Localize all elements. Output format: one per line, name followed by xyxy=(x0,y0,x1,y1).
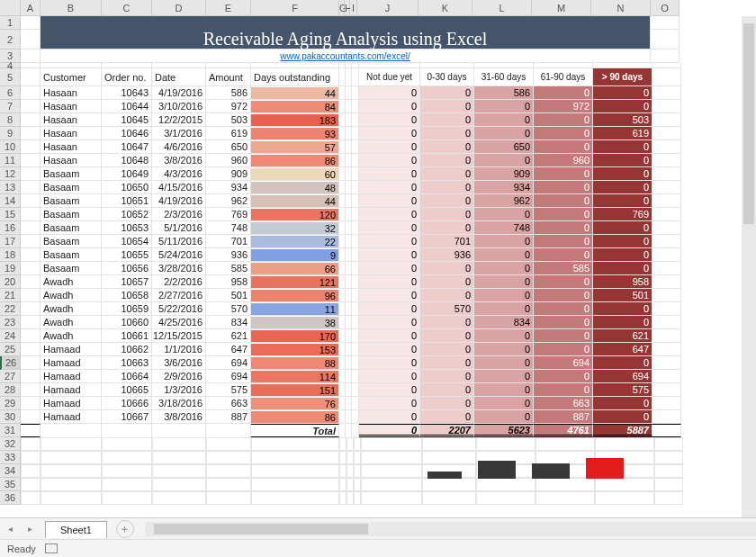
cell[interactable] xyxy=(21,30,40,49)
cell-order[interactable]: 10658 xyxy=(102,289,152,302)
cell-date[interactable]: 12/2/2015 xyxy=(152,113,206,127)
cell-amount[interactable]: 575 xyxy=(206,383,251,397)
cell-days[interactable]: 44 xyxy=(251,194,339,208)
h-scroll-thumb[interactable] xyxy=(154,524,368,535)
cell-date[interactable]: 3/8/2016 xyxy=(152,154,206,167)
cell[interactable] xyxy=(346,397,352,410)
cell[interactable] xyxy=(152,437,206,451)
cell-days[interactable]: 121 xyxy=(251,275,339,289)
row-header-35[interactable]: 35 xyxy=(0,478,21,491)
cell-date[interactable]: 4/19/2016 xyxy=(152,86,206,100)
cell[interactable] xyxy=(346,140,352,154)
cell-bucket-3[interactable]: 0 xyxy=(534,248,593,262)
cell-days[interactable]: 44 xyxy=(251,86,339,100)
cell[interactable] xyxy=(21,113,40,127)
total-bucket-3[interactable]: 4761 xyxy=(534,424,593,437)
cell-bucket-2[interactable]: 934 xyxy=(474,181,534,194)
col-header-A[interactable]: A xyxy=(21,0,40,16)
cell-bucket-1[interactable]: 0 xyxy=(420,397,474,410)
cell-customer[interactable]: Hamaad xyxy=(40,397,102,410)
cell-bucket-0[interactable]: 0 xyxy=(359,181,420,194)
cell[interactable] xyxy=(652,181,681,194)
cell-customer[interactable]: Hasaan xyxy=(40,113,102,127)
cell[interactable] xyxy=(346,235,352,248)
cell[interactable] xyxy=(422,491,476,505)
cell-date[interactable]: 4/25/2016 xyxy=(152,316,206,329)
cell[interactable] xyxy=(354,478,361,491)
cell-customer[interactable]: Hamaad xyxy=(40,383,102,397)
cell-date[interactable]: 3/28/2016 xyxy=(152,262,206,275)
tab-nav-prev[interactable]: ◂ xyxy=(0,519,20,539)
cell-bucket-0[interactable]: 0 xyxy=(359,343,420,356)
cell-amount[interactable]: 748 xyxy=(206,221,251,235)
cell-bucket-3[interactable]: 0 xyxy=(534,302,593,316)
cell-amount[interactable]: 647 xyxy=(206,343,251,356)
cell-days[interactable]: 86 xyxy=(251,410,339,424)
cell[interactable] xyxy=(21,437,40,451)
vertical-scrollbar[interactable] xyxy=(742,16,756,517)
cell[interactable] xyxy=(422,478,476,491)
cell-order[interactable]: 10649 xyxy=(102,167,152,181)
cell[interactable] xyxy=(346,410,352,424)
cell[interactable] xyxy=(352,289,359,302)
hdr-order[interactable]: Order no. xyxy=(102,68,152,86)
cell[interactable] xyxy=(346,68,352,86)
cell-bucket-2[interactable]: 650 xyxy=(474,140,534,154)
cell-order[interactable]: 10660 xyxy=(102,316,152,329)
row-header-20[interactable]: 20 xyxy=(0,275,21,289)
cell-bucket-4[interactable]: 0 xyxy=(593,302,652,316)
cell-order[interactable]: 10659 xyxy=(102,302,152,316)
cell-bucket-4[interactable]: 503 xyxy=(593,113,652,127)
cell[interactable] xyxy=(595,491,654,505)
cell-bucket-3[interactable]: 0 xyxy=(534,181,593,194)
cell[interactable] xyxy=(346,329,352,343)
cell[interactable] xyxy=(339,424,346,437)
row-header-16[interactable]: 16 xyxy=(0,221,21,235)
cell-amount[interactable]: 586 xyxy=(206,86,251,100)
cell[interactable] xyxy=(21,68,40,86)
cell-bucket-3[interactable]: 0 xyxy=(534,221,593,235)
cell[interactable] xyxy=(652,68,681,86)
cell[interactable] xyxy=(346,356,352,370)
cell-bucket-2[interactable]: 0 xyxy=(474,356,534,370)
cell[interactable] xyxy=(352,383,359,397)
cell[interactable] xyxy=(346,154,352,167)
cell[interactable] xyxy=(339,356,346,370)
hdr-customer[interactable]: Customer xyxy=(40,68,102,86)
cell-bucket-0[interactable]: 0 xyxy=(359,248,420,262)
cell[interactable] xyxy=(652,262,681,275)
row-header-19[interactable]: 19 xyxy=(0,262,21,275)
cell-order[interactable]: 10667 xyxy=(102,410,152,424)
cell-bucket-2[interactable]: 0 xyxy=(474,329,534,343)
cell-days[interactable]: 120 xyxy=(251,208,339,221)
cell-bucket-2[interactable]: 0 xyxy=(474,397,534,410)
cell-bucket-4[interactable]: 694 xyxy=(593,370,652,383)
cell-bucket-1[interactable]: 701 xyxy=(420,235,474,248)
row-header-6[interactable]: 6 xyxy=(0,86,21,100)
cell-bucket-4[interactable]: 0 xyxy=(593,356,652,370)
cell[interactable] xyxy=(654,451,683,464)
cell[interactable] xyxy=(21,410,40,424)
cell[interactable] xyxy=(339,86,346,100)
cell[interactable] xyxy=(352,208,359,221)
cell[interactable] xyxy=(352,262,359,275)
cell-bucket-1[interactable]: 0 xyxy=(420,275,474,289)
cell[interactable] xyxy=(21,491,40,505)
cell[interactable] xyxy=(21,16,40,30)
cell-bucket-2[interactable]: 0 xyxy=(474,343,534,356)
cell[interactable] xyxy=(21,275,40,289)
cell[interactable] xyxy=(652,356,681,370)
cell[interactable] xyxy=(352,100,359,113)
col-header-N[interactable]: N xyxy=(591,0,651,16)
cell-days[interactable]: 60 xyxy=(251,167,339,181)
cell[interactable] xyxy=(652,248,681,262)
cell-bucket-4[interactable]: 0 xyxy=(593,167,652,181)
cell-customer[interactable]: Basaam xyxy=(40,262,102,275)
hdr-bucket-0[interactable]: Not due yet xyxy=(359,68,420,86)
cell[interactable] xyxy=(652,343,681,356)
cell[interactable] xyxy=(346,302,352,316)
cell-bucket-2[interactable]: 0 xyxy=(474,208,534,221)
cell-customer[interactable]: Hasaan xyxy=(40,100,102,113)
cell-days[interactable]: 66 xyxy=(251,262,339,275)
cell-bucket-1[interactable]: 0 xyxy=(420,316,474,329)
